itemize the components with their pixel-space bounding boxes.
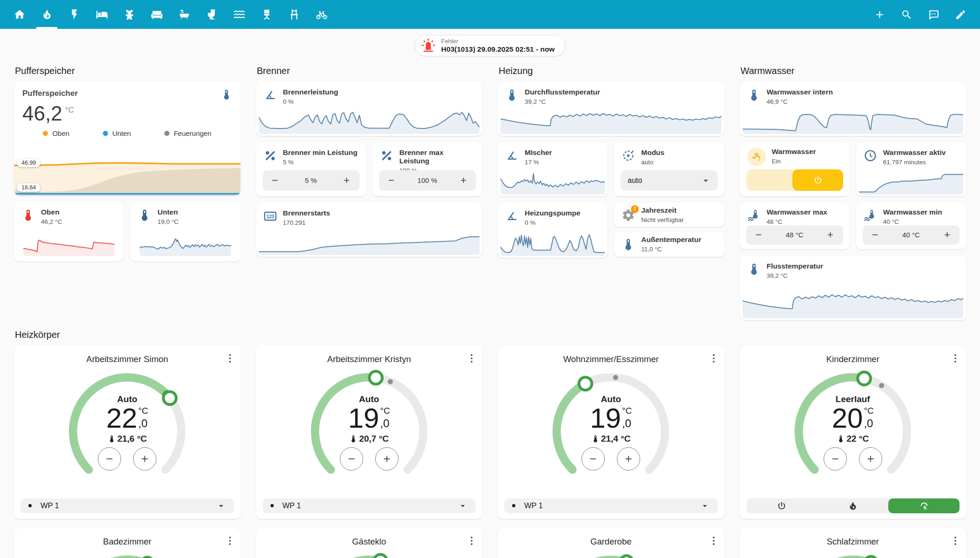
temp-decrease-button[interactable] [98,447,121,471]
section-title: Brenner [257,66,483,76]
dial-knob[interactable] [374,554,387,558]
nav-tab-living-room[interactable] [143,0,170,29]
temp-increase-button[interactable] [133,447,156,471]
plus-icon [943,230,952,239]
thermostat-title: Schlafzimmer [746,537,960,547]
decrease-button[interactable] [863,225,888,245]
card-menu-button[interactable] [949,352,961,364]
card-title: Unten [157,208,178,216]
target-unit: °C [622,406,632,416]
target-unit: °C [864,406,873,416]
durchflusstemperatur-card[interactable]: Durchflusstemperatur 39,2 °C [498,82,724,136]
oben-sensor-card[interactable]: Oben 46,2 °C [14,202,124,262]
card-title: Brenner min Leistung [283,148,358,157]
assist-button[interactable] [924,5,943,24]
error-chip[interactable]: Fehler H03(1013) 29.09.2025 02:51 - now [415,35,566,56]
selected-option: auto [628,176,642,185]
thermostat-card-schlafzimmer[interactable]: Schlafzimmer [740,528,966,558]
plus-icon [140,454,150,464]
nav-tab-bike[interactable] [308,0,335,29]
increase-button[interactable] [818,225,843,245]
brenner-min-card[interactable]: Brenner min Leistung 5 % 5 % [256,142,366,196]
preset-select[interactable]: WP 1 [20,498,234,513]
plus-icon [623,454,634,464]
increase-button[interactable] [451,170,476,191]
target-temperature: 20 [832,404,863,432]
thermostat-card-wohnzimmer-esszimmer[interactable]: Wohnzimmer/Esszimmer Auto 19 °C ,0 [498,346,724,519]
warmwasser-switch-card[interactable]: Warmwasser Ein [740,142,850,196]
mode-off-button[interactable] [746,498,818,513]
aussentemperatur-card[interactable]: Außentemperatur 11,0 °C [614,232,724,257]
temp-increase-button[interactable] [375,447,399,471]
warmwasser-min-card[interactable]: Warmwasser min 40 °C 40 °C [856,203,966,249]
warmwasser-aktiv-card[interactable]: Warmwasser aktiv 61.797 minutes [856,142,966,196]
decrease-button[interactable] [746,225,771,245]
decrease-button[interactable] [379,170,404,191]
fire-icon [41,8,53,20]
thermostat-card-kinderzimmer[interactable]: Kinderzimmer Leerlauf 20 °C ,0 [740,346,966,519]
increase-button[interactable] [334,170,359,191]
card-menu-button[interactable] [949,535,961,547]
warning-badge-icon: ! [631,205,639,213]
card-menu-button[interactable] [466,352,478,364]
unten-sensor-card[interactable]: Unten 19,0 °C [130,202,240,262]
thermostat-card-arbeitszimmer-kristyn[interactable]: Arbeitszimmer Kristyn Auto 19 °C ,0 [256,346,483,519]
nav-tab-dining[interactable] [280,0,308,29]
plus-icon [459,176,468,185]
increase-button[interactable] [934,225,960,245]
add-button[interactable] [870,5,889,24]
nav-tab-heating[interactable] [33,0,61,29]
thermostat-card-garderobe[interactable]: Garderobe [498,528,724,558]
dial-knob[interactable] [620,556,633,558]
warmwasser-toggle[interactable] [746,169,843,191]
temp-increase-button[interactable] [617,447,640,471]
heizungspumpe-card[interactable]: Heizungspumpe 0 % [498,203,608,258]
chevron-down-icon [701,175,711,186]
mode-heat-button[interactable] [817,498,888,513]
card-menu-button[interactable] [708,535,720,547]
faucet-icon [747,148,766,166]
mode-auto-button[interactable] [888,498,960,513]
search-button[interactable] [897,5,916,24]
temp-decrease-button[interactable] [340,447,363,471]
target-fraction: ,0 [380,417,390,430]
warmwasser-intern-card[interactable]: Warmwasser intern 46,9 °C [740,82,966,136]
nav-tab-energy[interactable] [61,0,88,29]
nav-tab-wc[interactable] [198,0,225,29]
card-menu-button[interactable] [224,535,236,547]
nav-tab-home[interactable] [6,0,33,29]
decrease-button[interactable] [263,170,288,191]
brenner-max-card[interactable]: Brenner max Leistung 100 % 100 % [372,142,482,196]
nav-tab-kids-room[interactable] [115,0,143,29]
temp-decrease-button[interactable] [824,447,847,471]
preset-select[interactable]: WP 1 [504,498,718,513]
nav-tab-bathroom[interactable] [170,0,198,29]
temp-decrease-button[interactable] [581,447,605,471]
dots-vertical-icon [949,352,961,364]
pufferspeicher-card[interactable]: Pufferspeicher 46,2 °C Oben Unten Feueru… [14,82,241,195]
mischer-card[interactable]: MIscher 17 % [498,142,608,196]
brennerleistung-card[interactable]: Brennerleistung 0 % [256,82,483,136]
thermostat-card-arbeitszimmer-simon[interactable]: Arbeitszimmer Simon Auto 22 °C ,0 [14,346,241,519]
minus-icon [387,176,396,185]
nav-tab-bedroom[interactable] [88,0,115,29]
card-menu-button[interactable] [466,535,478,547]
jahreszeit-card[interactable]: ! Jahreszeit Nicht verfügbar [614,203,724,227]
warmwasser-max-card[interactable]: Warmwasser max 48 °C 48 °C [740,203,850,249]
toilet-icon [206,8,218,20]
thermostat-card-gaesteklo[interactable]: Gästeklo [256,528,483,558]
thermostat-card-badezimmer[interactable]: Badezimmer [14,528,241,558]
temp-increase-button[interactable] [859,447,882,471]
counter-icon [264,209,277,223]
preset-select[interactable]: WP 1 [263,498,476,513]
modus-select[interactable]: auto [621,170,717,191]
card-menu-button[interactable] [708,352,720,364]
edit-dashboard-button[interactable] [951,5,970,24]
dial-knob[interactable] [865,556,878,558]
modus-card[interactable]: Modus auto auto [614,142,724,196]
nav-tab-pool[interactable] [225,0,253,29]
card-menu-button[interactable] [224,352,236,364]
nav-tab-office[interactable] [253,0,280,29]
brennerstarts-card[interactable]: Brennerstarts 170.291 [256,203,483,257]
flusstemperatur-card[interactable]: Flusstemperatur 39,2 °C [740,256,966,320]
